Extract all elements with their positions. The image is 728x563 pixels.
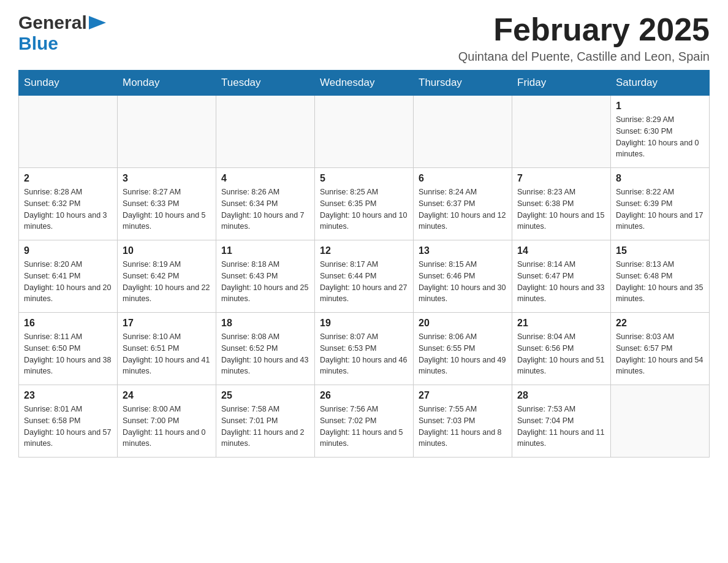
day-info: Sunrise: 8:14 AMSunset: 6:47 PMDaylight:… bbox=[517, 259, 605, 305]
calendar-cell: 15Sunrise: 8:13 AMSunset: 6:48 PMDayligh… bbox=[611, 240, 710, 313]
day-number: 3 bbox=[123, 173, 211, 184]
day-info: Sunrise: 8:19 AMSunset: 6:42 PMDaylight:… bbox=[123, 259, 211, 305]
day-number: 15 bbox=[616, 245, 704, 256]
calendar-cell: 11Sunrise: 8:18 AMSunset: 6:43 PMDayligh… bbox=[216, 240, 315, 313]
calendar-cell bbox=[414, 96, 512, 168]
day-number: 5 bbox=[320, 173, 408, 184]
calendar-cell bbox=[118, 96, 216, 168]
day-info: Sunrise: 7:53 AMSunset: 7:04 PMDaylight:… bbox=[517, 404, 605, 450]
title-section: February 2025 Quintana del Puente, Casti… bbox=[458, 12, 710, 64]
day-number: 21 bbox=[517, 318, 605, 329]
day-number: 13 bbox=[419, 245, 507, 256]
calendar-week-row: 1Sunrise: 8:29 AMSunset: 6:30 PMDaylight… bbox=[19, 96, 710, 168]
calendar-cell: 6Sunrise: 8:24 AMSunset: 6:37 PMDaylight… bbox=[414, 168, 512, 240]
day-number: 26 bbox=[320, 390, 408, 401]
day-info: Sunrise: 8:01 AMSunset: 6:58 PMDaylight:… bbox=[24, 404, 112, 450]
day-info: Sunrise: 8:11 AMSunset: 6:50 PMDaylight:… bbox=[24, 331, 112, 377]
svg-marker-0 bbox=[89, 16, 106, 29]
logo: General Blue bbox=[18, 12, 106, 54]
calendar-week-row: 16Sunrise: 8:11 AMSunset: 6:50 PMDayligh… bbox=[19, 313, 710, 385]
day-info: Sunrise: 7:58 AMSunset: 7:01 PMDaylight:… bbox=[221, 404, 309, 450]
calendar-cell: 18Sunrise: 8:08 AMSunset: 6:52 PMDayligh… bbox=[216, 313, 315, 385]
calendar-cell bbox=[19, 96, 118, 168]
calendar-cell: 23Sunrise: 8:01 AMSunset: 6:58 PMDayligh… bbox=[19, 385, 118, 458]
day-info: Sunrise: 8:27 AMSunset: 6:33 PMDaylight:… bbox=[123, 186, 211, 232]
day-info: Sunrise: 8:22 AMSunset: 6:39 PMDaylight:… bbox=[616, 186, 704, 232]
calendar-cell: 8Sunrise: 8:22 AMSunset: 6:39 PMDaylight… bbox=[611, 168, 710, 240]
day-info: Sunrise: 8:24 AMSunset: 6:37 PMDaylight:… bbox=[419, 186, 507, 232]
day-info: Sunrise: 7:56 AMSunset: 7:02 PMDaylight:… bbox=[320, 404, 408, 450]
calendar-cell: 26Sunrise: 7:56 AMSunset: 7:02 PMDayligh… bbox=[315, 385, 414, 458]
calendar-cell bbox=[611, 385, 710, 458]
day-info: Sunrise: 8:00 AMSunset: 7:00 PMDaylight:… bbox=[123, 404, 211, 450]
calendar-week-row: 2Sunrise: 8:28 AMSunset: 6:32 PMDaylight… bbox=[19, 168, 710, 240]
calendar-header-row: SundayMondayTuesdayWednesdayThursdayFrid… bbox=[19, 71, 710, 96]
day-info: Sunrise: 8:28 AMSunset: 6:32 PMDaylight:… bbox=[24, 186, 112, 232]
calendar-week-row: 23Sunrise: 8:01 AMSunset: 6:58 PMDayligh… bbox=[19, 385, 710, 458]
day-number: 18 bbox=[221, 318, 309, 329]
column-header-saturday: Saturday bbox=[611, 71, 710, 96]
day-number: 11 bbox=[221, 245, 309, 256]
day-number: 12 bbox=[320, 245, 408, 256]
calendar-cell: 19Sunrise: 8:07 AMSunset: 6:53 PMDayligh… bbox=[315, 313, 414, 385]
calendar-cell: 22Sunrise: 8:03 AMSunset: 6:57 PMDayligh… bbox=[611, 313, 710, 385]
day-number: 16 bbox=[24, 318, 112, 329]
calendar-cell: 17Sunrise: 8:10 AMSunset: 6:51 PMDayligh… bbox=[118, 313, 216, 385]
day-number: 17 bbox=[123, 318, 211, 329]
column-header-friday: Friday bbox=[512, 71, 611, 96]
calendar-cell bbox=[512, 96, 611, 168]
day-info: Sunrise: 8:15 AMSunset: 6:46 PMDaylight:… bbox=[419, 259, 507, 305]
calendar-cell: 3Sunrise: 8:27 AMSunset: 6:33 PMDaylight… bbox=[118, 168, 216, 240]
calendar-cell: 28Sunrise: 7:53 AMSunset: 7:04 PMDayligh… bbox=[512, 385, 611, 458]
logo-blue: Blue bbox=[18, 33, 58, 53]
calendar-cell: 9Sunrise: 8:20 AMSunset: 6:41 PMDaylight… bbox=[19, 240, 118, 313]
logo-general: General bbox=[18, 12, 87, 33]
calendar-cell: 24Sunrise: 8:00 AMSunset: 7:00 PMDayligh… bbox=[118, 385, 216, 458]
calendar-cell bbox=[216, 96, 315, 168]
day-info: Sunrise: 8:18 AMSunset: 6:43 PMDaylight:… bbox=[221, 259, 309, 305]
day-number: 8 bbox=[616, 173, 704, 184]
calendar-cell: 27Sunrise: 7:55 AMSunset: 7:03 PMDayligh… bbox=[414, 385, 512, 458]
day-info: Sunrise: 8:06 AMSunset: 6:55 PMDaylight:… bbox=[419, 331, 507, 377]
day-info: Sunrise: 8:23 AMSunset: 6:38 PMDaylight:… bbox=[517, 186, 605, 232]
day-info: Sunrise: 8:26 AMSunset: 6:34 PMDaylight:… bbox=[221, 186, 309, 232]
column-header-thursday: Thursday bbox=[414, 71, 512, 96]
logo-arrow-icon bbox=[89, 16, 106, 29]
day-number: 28 bbox=[517, 390, 605, 401]
column-header-tuesday: Tuesday bbox=[216, 71, 315, 96]
calendar-cell: 25Sunrise: 7:58 AMSunset: 7:01 PMDayligh… bbox=[216, 385, 315, 458]
day-info: Sunrise: 8:03 AMSunset: 6:57 PMDaylight:… bbox=[616, 331, 704, 377]
day-info: Sunrise: 8:10 AMSunset: 6:51 PMDaylight:… bbox=[123, 331, 211, 377]
calendar-cell: 14Sunrise: 8:14 AMSunset: 6:47 PMDayligh… bbox=[512, 240, 611, 313]
calendar-cell: 21Sunrise: 8:04 AMSunset: 6:56 PMDayligh… bbox=[512, 313, 611, 385]
day-number: 9 bbox=[24, 245, 112, 256]
column-header-monday: Monday bbox=[118, 71, 216, 96]
calendar-cell: 16Sunrise: 8:11 AMSunset: 6:50 PMDayligh… bbox=[19, 313, 118, 385]
calendar-cell: 5Sunrise: 8:25 AMSunset: 6:35 PMDaylight… bbox=[315, 168, 414, 240]
day-number: 20 bbox=[419, 318, 507, 329]
day-info: Sunrise: 8:07 AMSunset: 6:53 PMDaylight:… bbox=[320, 331, 408, 377]
day-number: 1 bbox=[616, 101, 704, 112]
day-info: Sunrise: 8:20 AMSunset: 6:41 PMDaylight:… bbox=[24, 259, 112, 305]
day-info: Sunrise: 8:29 AMSunset: 6:30 PMDaylight:… bbox=[616, 114, 704, 160]
day-number: 4 bbox=[221, 173, 309, 184]
day-number: 24 bbox=[123, 390, 211, 401]
calendar-cell: 20Sunrise: 8:06 AMSunset: 6:55 PMDayligh… bbox=[414, 313, 512, 385]
column-header-wednesday: Wednesday bbox=[315, 71, 414, 96]
location-title: Quintana del Puente, Castille and Leon, … bbox=[458, 50, 710, 64]
calendar-cell: 10Sunrise: 8:19 AMSunset: 6:42 PMDayligh… bbox=[118, 240, 216, 313]
day-info: Sunrise: 8:17 AMSunset: 6:44 PMDaylight:… bbox=[320, 259, 408, 305]
month-title: February 2025 bbox=[458, 12, 710, 47]
calendar-cell bbox=[315, 96, 414, 168]
calendar-cell: 1Sunrise: 8:29 AMSunset: 6:30 PMDaylight… bbox=[611, 96, 710, 168]
day-number: 7 bbox=[517, 173, 605, 184]
calendar-cell: 12Sunrise: 8:17 AMSunset: 6:44 PMDayligh… bbox=[315, 240, 414, 313]
calendar-cell: 4Sunrise: 8:26 AMSunset: 6:34 PMDaylight… bbox=[216, 168, 315, 240]
day-info: Sunrise: 8:13 AMSunset: 6:48 PMDaylight:… bbox=[616, 259, 704, 305]
day-number: 10 bbox=[123, 245, 211, 256]
day-number: 22 bbox=[616, 318, 704, 329]
page-header: General Blue February 2025 Quintana del … bbox=[18, 12, 710, 64]
day-number: 25 bbox=[221, 390, 309, 401]
calendar-cell: 2Sunrise: 8:28 AMSunset: 6:32 PMDaylight… bbox=[19, 168, 118, 240]
day-number: 6 bbox=[419, 173, 507, 184]
